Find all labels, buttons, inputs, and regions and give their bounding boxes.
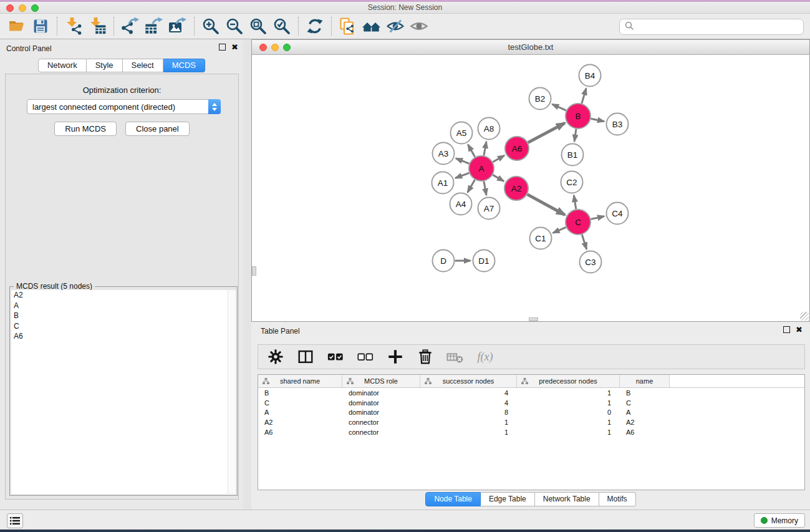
graph-node-C4[interactable]: C4 [607,203,629,225]
table-row[interactable]: Adominator80A [258,408,804,418]
column-header-MCDS-role[interactable]: MCDS role [342,375,420,387]
graph-node-B4[interactable]: B4 [579,65,601,87]
graph-node-A2[interactable]: A2 [504,177,528,200]
graph-edge-C-C3[interactable] [582,235,586,249]
network-left-scroll-handle[interactable] [252,266,256,276]
network-window-titlebar[interactable]: testGlobe.txt [252,40,809,55]
graph-node-D1[interactable]: D1 [473,250,495,272]
graph-node-C[interactable]: C [566,210,591,235]
mcds-result-item[interactable]: C [11,321,236,332]
optimization-criterion-select[interactable]: largest connected component (directed) [27,99,221,114]
graph-node-A7[interactable]: A7 [478,198,500,220]
graph-node-C3[interactable]: C3 [580,251,602,273]
tab-style[interactable]: Style [87,59,123,72]
graph-node-B2[interactable]: B2 [529,88,551,110]
hide-all-columns-icon[interactable] [357,347,374,366]
graph-edge-B-B4[interactable] [582,89,586,104]
column-header-successor-nodes[interactable]: successor nodes [420,375,517,387]
network-graph[interactable]: B4B2BB3B1A5A8A6A3AA1A2C2A4A7C4CC1C3DD1 [252,55,809,321]
graph-edge-B-B1[interactable] [574,129,576,142]
graph-node-A[interactable]: A [469,156,494,181]
graph-node-C1[interactable]: C1 [530,228,552,249]
graph-edge-B-B2[interactable] [552,104,566,110]
close-panel-button[interactable]: Close panel [125,122,190,136]
memory-button[interactable]: Memory [754,513,805,528]
export-table-icon[interactable] [142,16,166,37]
tab-network-table[interactable]: Network Table [535,492,599,506]
network-resize-grip[interactable] [800,312,809,321]
export-network-icon[interactable] [118,16,142,37]
graph-edge-A2-C[interactable] [528,195,565,215]
import-table-icon[interactable] [85,16,109,37]
mcds-result-item[interactable]: A6 [11,331,236,342]
close-table-panel-icon[interactable]: ✖ [796,326,803,333]
table-row[interactable]: A2connector11A2 [258,417,804,427]
mcds-result-item[interactable]: B [11,311,236,321]
close-panel-icon[interactable]: ✖ [231,44,238,51]
graph-node-A1[interactable]: A1 [432,172,454,194]
run-mcds-button[interactable]: Run MCDS [54,122,117,136]
graph-node-A3[interactable]: A3 [433,143,455,165]
tab-select[interactable]: Select [123,59,163,72]
float-panel-icon[interactable] [219,44,226,51]
table-row[interactable]: Bdominator41B [258,388,804,398]
graph-edge-A-A6[interactable] [493,155,504,162]
hide-details-icon[interactable] [383,16,407,37]
table-row[interactable]: A6connector11A6 [258,427,804,437]
import-network-icon[interactable] [62,16,85,37]
tab-edge-table[interactable]: Edge Table [481,492,535,506]
graph-edge-C-C4[interactable] [591,216,605,220]
graph-node-A5[interactable]: A5 [451,122,473,144]
graph-node-B1[interactable]: B1 [562,144,584,166]
graph-edge-A-A4[interactable] [468,180,475,192]
copy-network-icon[interactable] [336,16,360,37]
graph-edge-A-A7[interactable] [484,181,486,195]
graph-node-A6[interactable]: A6 [505,137,529,160]
split-view-icon[interactable] [297,347,314,366]
graph-edge-A-A1[interactable] [455,173,469,178]
graph-edge-A-A3[interactable] [456,158,470,163]
refresh-icon[interactable] [303,16,327,37]
network-canvas[interactable]: B4B2BB3B1A5A8A6A3AA1A2C2A4A7C4CC1C3DD1 [252,55,809,321]
graph-edge-A-A2[interactable] [493,175,504,181]
column-header-shared-name[interactable]: shared name [258,375,342,387]
table-row[interactable]: Cdominator41C [258,398,804,408]
zoom-fit-icon[interactable] [246,16,270,37]
graph-node-A4[interactable]: A4 [450,193,472,215]
graph-node-B3[interactable]: B3 [607,114,629,135]
tab-node-table[interactable]: Node Table [425,492,481,506]
mcds-result-item[interactable]: A2 [11,290,236,301]
tab-motifs[interactable]: Motifs [599,492,636,506]
open-session-icon[interactable] [5,16,29,37]
graph-edge-A-A5[interactable] [468,145,475,157]
zoom-selected-icon[interactable] [270,16,294,37]
graph-edge-B-B3[interactable] [591,118,604,122]
search-input[interactable] [637,21,803,33]
show-details-icon[interactable] [407,16,431,37]
graph-edge-A-A8[interactable] [484,142,486,155]
save-session-icon[interactable] [29,16,52,37]
graph-node-B[interactable]: B [566,104,591,128]
graph-edge-C-C1[interactable] [553,227,566,233]
graph-node-C2[interactable]: C2 [561,172,583,193]
result-list-scrollbar[interactable] [228,290,236,494]
graph-edge-A6-B[interactable] [528,123,565,142]
column-header-predecessor-nodes[interactable]: predecessor nodes [517,375,620,387]
search-field[interactable] [619,19,804,35]
delete-columns-icon[interactable] [417,347,434,366]
add-column-icon[interactable] [387,347,404,366]
tab-network[interactable]: Network [38,59,87,72]
show-all-columns-icon[interactable] [327,347,344,366]
mcds-result-item[interactable]: A [11,301,236,311]
mcds-result-list[interactable]: A2ABCA6 [11,290,236,494]
zoom-out-icon[interactable] [223,16,246,37]
settings-gear-icon[interactable] [267,347,284,366]
zoom-in-icon[interactable] [199,16,223,37]
home-icon[interactable] [360,16,383,37]
export-image-icon[interactable] [166,16,190,37]
float-table-panel-icon[interactable] [783,326,790,333]
column-header-name[interactable]: name [620,375,670,387]
node-table[interactable]: shared nameMCDS rolesuccessor nodesprede… [258,374,805,490]
graph-node-A8[interactable]: A8 [478,118,500,140]
task-history-button[interactable] [7,513,23,528]
